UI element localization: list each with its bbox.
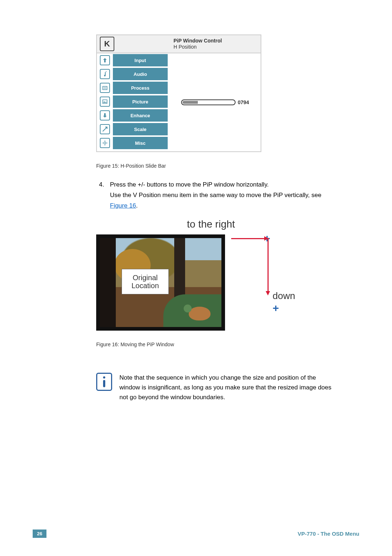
osd-item-input[interactable]: Input bbox=[97, 53, 170, 67]
to-the-right-label: to the right bbox=[187, 218, 235, 230]
osd-item-scale[interactable]: Scale bbox=[97, 122, 170, 136]
osd-item-audio[interactable]: Audio bbox=[97, 67, 170, 81]
audio-icon bbox=[100, 69, 110, 79]
scale-icon bbox=[100, 124, 110, 134]
h-position-slider[interactable]: 0794 bbox=[181, 99, 249, 105]
svg-point-4 bbox=[104, 142, 106, 144]
photo-duck bbox=[189, 307, 211, 320]
page-content: K PiP Window Control H Position Input bbox=[60, 34, 332, 402]
info-note: Note that the sequence in which you chan… bbox=[96, 373, 332, 402]
slider-fill bbox=[183, 101, 198, 104]
arrow-right-icon bbox=[231, 238, 268, 239]
osd-item-label: Audio bbox=[113, 68, 168, 80]
brand-logo-icon: K bbox=[100, 37, 114, 51]
svg-rect-3 bbox=[103, 100, 107, 103]
figure-15-caption: Figure 15: H-Position Slide Bar bbox=[96, 163, 332, 169]
down-label: down bbox=[273, 290, 295, 302]
pip-photo: Original Location bbox=[96, 234, 225, 331]
original-location-box: Original Location bbox=[122, 269, 169, 294]
svg-point-9 bbox=[103, 376, 105, 379]
info-icon bbox=[96, 373, 112, 391]
osd-item-process[interactable]: Process bbox=[97, 81, 170, 95]
arrow-down-icon bbox=[268, 238, 269, 294]
figure-16-link[interactable]: Figure 16 bbox=[110, 202, 136, 209]
osd-title-line1: PiP Window Control bbox=[173, 38, 222, 44]
osd-item-label: Input bbox=[113, 54, 168, 66]
osd-item-label: Process bbox=[113, 82, 168, 94]
osd-body: Input Audio Process bbox=[97, 53, 261, 151]
enhance-icon bbox=[100, 110, 110, 120]
osd-title-line2: H Position bbox=[173, 44, 222, 50]
slider-value: 0794 bbox=[238, 99, 249, 105]
page-number: 26 bbox=[33, 530, 46, 538]
step-number: 4. bbox=[96, 180, 104, 211]
osd-item-picture[interactable]: Picture bbox=[97, 95, 170, 109]
figure-16-caption: Figure 16: Moving the PiP Window bbox=[96, 342, 332, 347]
misc-icon bbox=[100, 138, 110, 148]
step-line2b: . bbox=[136, 202, 138, 209]
photo-tree bbox=[100, 238, 116, 327]
document-title: VP-770 - The OSD Menu bbox=[298, 531, 359, 537]
svg-rect-10 bbox=[103, 380, 105, 387]
figure-16: to the right + down + Original Location bbox=[96, 218, 299, 331]
plus-down-icon: + bbox=[273, 302, 279, 314]
process-icon bbox=[100, 83, 110, 93]
osd-item-misc[interactable]: Misc bbox=[97, 136, 170, 150]
step-text: Press the +/- buttons to move the PiP wi… bbox=[110, 180, 332, 211]
osd-panel: 0794 bbox=[170, 53, 261, 151]
svg-rect-0 bbox=[103, 86, 107, 90]
osd-item-label: Picture bbox=[113, 95, 168, 108]
input-icon bbox=[100, 55, 110, 65]
page-footer: 26 VP-770 - The OSD Menu bbox=[33, 530, 359, 538]
picture-icon bbox=[100, 97, 110, 107]
osd-item-label: Misc bbox=[113, 137, 168, 149]
osd-item-label: Scale bbox=[113, 123, 168, 135]
note-text: Note that the sequence in which you chan… bbox=[119, 373, 332, 402]
instruction-step-4: 4. Press the +/- buttons to move the PiP… bbox=[96, 180, 332, 211]
step-line2a: Use the V Position menu item in the same… bbox=[110, 192, 321, 199]
osd-menu-screenshot: K PiP Window Control H Position Input bbox=[96, 34, 261, 152]
osd-item-enhance[interactable]: Enhance bbox=[97, 109, 170, 122]
osd-menu-list: Input Audio Process bbox=[97, 53, 170, 151]
osd-header: K PiP Window Control H Position bbox=[97, 35, 261, 53]
slider-track[interactable] bbox=[181, 99, 236, 105]
step-line1: Press the +/- buttons to move the PiP wi… bbox=[110, 181, 269, 188]
osd-title: PiP Window Control H Position bbox=[173, 38, 222, 50]
osd-item-label: Enhance bbox=[113, 109, 168, 122]
